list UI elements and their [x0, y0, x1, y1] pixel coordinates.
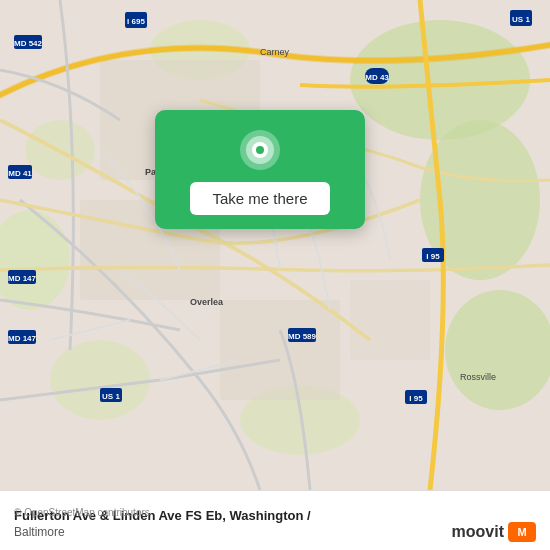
moovit-logo-icon: M	[508, 522, 536, 542]
svg-point-27	[256, 146, 264, 154]
us1-bot-label: US 1	[102, 392, 120, 401]
us1-top-label: US 1	[512, 15, 530, 24]
osm-credit: © OpenStreetMap contributors	[14, 507, 150, 518]
svg-rect-11	[220, 300, 340, 400]
svg-point-3	[445, 290, 550, 410]
moovit-logo: moovit M	[452, 522, 536, 542]
svg-rect-12	[350, 280, 430, 360]
map-svg: I 695 US 1 MD 43 MD 542 MD 41 MD 147 MD …	[0, 0, 550, 490]
md147-mid-label: MD 147	[8, 274, 37, 283]
bottom-bar: © OpenStreetMap contributors Fullerton A…	[0, 490, 550, 550]
md147-bot-label: MD 147	[8, 334, 37, 343]
md43-label: MD 43	[365, 73, 389, 82]
take-me-there-button[interactable]: Take me there	[190, 182, 329, 215]
moovit-logo-text: moovit	[452, 523, 504, 541]
popup-card: Take me there	[155, 110, 365, 229]
i95-mid-label: I 95	[426, 252, 440, 261]
overlea-label: Overlea	[190, 297, 224, 307]
location-pin-icon	[238, 128, 282, 172]
i695-label: I 695	[127, 17, 145, 26]
md542-label: MD 542	[14, 39, 43, 48]
carney-label: Carney	[260, 47, 290, 57]
md589-label: MD 589	[288, 332, 317, 341]
svg-point-5	[50, 340, 150, 420]
i95-bot-label: I 95	[409, 394, 423, 403]
md41-label: MD 41	[8, 169, 32, 178]
map-container: I 695 US 1 MD 43 MD 542 MD 41 MD 147 MD …	[0, 0, 550, 490]
svg-text:M: M	[517, 526, 526, 538]
rossville-label: Rossville	[460, 372, 496, 382]
